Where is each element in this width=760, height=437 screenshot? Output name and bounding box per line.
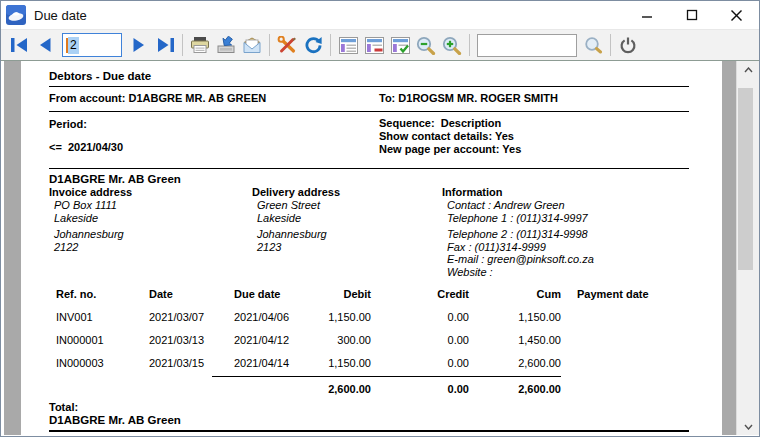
address-line: Johannesburg (49, 228, 252, 241)
toolbar-separator (469, 34, 470, 56)
address-line: 2123 (252, 241, 442, 254)
next-record-icon (131, 37, 147, 53)
cell-cum: 1,150.00 (469, 311, 561, 324)
total-label: Total: (49, 401, 689, 414)
print-button[interactable] (187, 32, 213, 58)
search-input[interactable] (477, 34, 577, 57)
address-line: Lakeside (252, 212, 442, 225)
page-bottom-rule (49, 430, 689, 432)
page-margin-right (722, 61, 736, 435)
address-line: Green Street (252, 199, 442, 212)
cell-ref: INV001 (56, 311, 149, 324)
total-credit: 0.00 (371, 382, 469, 396)
account-range: From account: D1ABGRE MR. AB GREEN To: D… (49, 91, 689, 105)
maximize-button[interactable] (669, 1, 714, 29)
delivery-address-label: Delivery address (252, 186, 442, 199)
period-date: 2021/04/30 (68, 141, 123, 153)
last-record-icon (156, 37, 175, 53)
export-icon (216, 36, 236, 54)
address-line: Johannesburg (252, 228, 442, 241)
power-icon (619, 36, 637, 54)
cell-cum: 2,600.00 (469, 357, 561, 370)
find-button[interactable] (580, 32, 606, 58)
table-row: IN000003 2021/03/15 2021/04/14 1,150.00 … (56, 357, 689, 370)
address-line: 2122 (49, 241, 252, 254)
cell-credit: 0.00 (371, 334, 469, 347)
email-button[interactable] (239, 32, 265, 58)
from-account-label: From account: (49, 92, 125, 104)
sequence-value: Description (441, 117, 502, 129)
window-controls (624, 1, 759, 29)
col-header-date: Date (149, 288, 234, 301)
zoom-in-button[interactable] (439, 32, 465, 58)
invoice-address-label: Invoice address (49, 186, 252, 199)
info-line: E-mail : green@pinksoft.co.za (442, 253, 689, 266)
period-operator: <= (49, 141, 62, 153)
total-cum: 2,600.00 (469, 382, 561, 396)
scroll-up-button[interactable] (737, 61, 759, 78)
col-header-debit: Debit (314, 288, 371, 301)
cell-credit: 0.00 (371, 311, 469, 324)
page-layout-apply-icon (391, 37, 410, 54)
previous-record-button[interactable] (32, 32, 58, 58)
divider (49, 86, 689, 87)
col-header-cum: Cum (469, 288, 561, 301)
to-account-value: D1ROGSM MR. ROGER SMITH (398, 92, 558, 104)
last-record-button[interactable] (152, 32, 178, 58)
close-button[interactable] (714, 1, 759, 29)
toolbar-separator (610, 34, 611, 56)
divider (49, 111, 689, 112)
new-page-label: New page per account: (379, 143, 499, 155)
info-line: Website : (442, 266, 689, 279)
sequence-label: Sequence: (379, 117, 435, 129)
next-record-button[interactable] (126, 32, 152, 58)
cell-due-date: 2021/04/14 (234, 357, 314, 370)
cell-debit: 1,150.00 (314, 311, 371, 324)
col-header-credit: Credit (371, 288, 469, 301)
info-line: Telephone 2 : (011)314-9998 (442, 228, 689, 241)
new-page-row: New page per account: Yes (379, 143, 521, 156)
first-record-button[interactable] (6, 32, 32, 58)
scrollbar-thumb[interactable] (738, 88, 753, 270)
zoom-out-button[interactable] (413, 32, 439, 58)
zoom-out-icon (416, 36, 436, 55)
cell-payment-date (561, 334, 656, 347)
cell-debit: 1,150.00 (314, 357, 371, 370)
toolbar-separator (330, 34, 331, 56)
period-label: Period: (49, 117, 379, 131)
table-row: IN000001 2021/03/13 2021/04/12 300.00 0.… (56, 334, 689, 347)
options-button[interactable] (274, 32, 300, 58)
chevron-down-icon (744, 424, 753, 430)
total-account: D1ABGRE Mr. AB Green (49, 414, 689, 427)
cell-cum: 1,450.00 (469, 334, 561, 347)
titlebar: Due date (1, 1, 759, 29)
information-label: Information (442, 186, 689, 199)
totals-divider (212, 376, 561, 377)
refresh-icon (304, 36, 323, 54)
cell-due-date: 2021/04/06 (234, 311, 314, 324)
layout-apply-button[interactable] (387, 32, 413, 58)
first-record-icon (10, 37, 29, 53)
window-title: Due date (34, 8, 87, 23)
layout-normal-button[interactable] (335, 32, 361, 58)
toolbar-separator (269, 34, 270, 56)
record-number-input[interactable]: 2 (62, 33, 122, 57)
vertical-scrollbar[interactable] (736, 61, 759, 435)
export-button[interactable] (213, 32, 239, 58)
account-heading: D1ABGRE Mr. AB Green (49, 172, 689, 186)
cell-credit: 0.00 (371, 357, 469, 370)
refresh-button[interactable] (300, 32, 326, 58)
contact-details-row: Show contact details: Yes (379, 130, 521, 143)
address-columns: Invoice address PO Box 1111 Lakeside Joh… (49, 186, 689, 278)
totals-row: 2,600.00 0.00 2,600.00 (56, 382, 689, 396)
app-logo-icon (6, 5, 26, 25)
print-icon (190, 36, 210, 54)
scroll-down-button[interactable] (737, 418, 759, 435)
contact-details-value: Yes (495, 130, 514, 142)
table-row: INV001 2021/03/07 2021/04/06 1,150.00 0.… (56, 311, 689, 324)
layout-remove-button[interactable] (361, 32, 387, 58)
exit-button[interactable] (615, 32, 641, 58)
minimize-button[interactable] (624, 1, 669, 29)
new-page-value: Yes (502, 143, 521, 155)
cell-payment-date (561, 357, 656, 370)
